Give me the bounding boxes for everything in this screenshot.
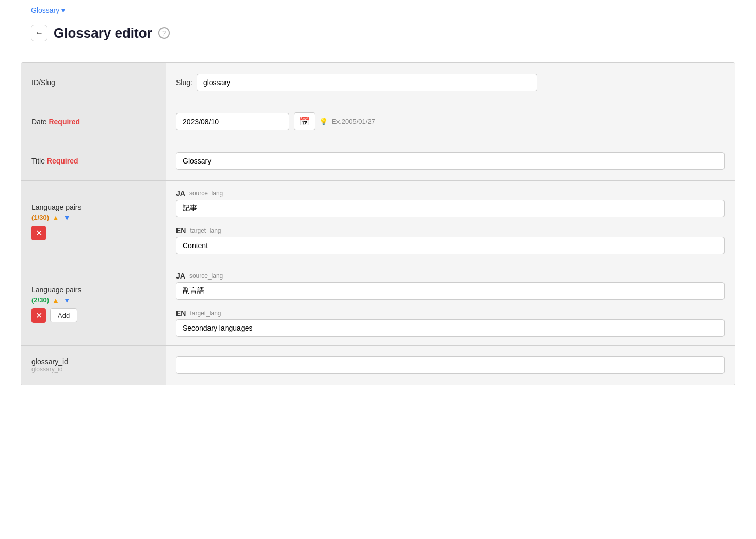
move-up-button-2[interactable]: ▲ <box>51 296 60 304</box>
form-container: ID/Slug Slug: Date Required 📅 💡 Ex.2005/… <box>21 62 735 385</box>
date-required-badge: Required <box>49 118 80 126</box>
breadcrumb-link[interactable]: Glossary ▾ <box>31 6 65 14</box>
back-arrow-icon: ← <box>35 28 43 38</box>
lang-key-target-1: target_lang <box>190 227 221 234</box>
pair-counter-2: (2/30) <box>31 296 49 304</box>
delete-pair-button-1[interactable]: ✕ <box>31 226 46 240</box>
glossary-id-label: glossary_id <box>31 357 155 366</box>
field-cell-lang-pair-2: JA source_lang EN target_lang <box>166 263 735 345</box>
lang-code-en-2: EN <box>176 309 186 317</box>
delete-pair-button-2[interactable]: ✕ <box>31 308 46 323</box>
label-cell-date: Date Required <box>21 102 166 141</box>
label-cell-glossary-id: glossary_id glossary_id <box>21 346 166 385</box>
calendar-button[interactable]: 📅 <box>294 112 315 130</box>
pair-counter-1: (1/30) <box>31 214 49 221</box>
lang-code-ja-1: JA <box>176 189 185 198</box>
top-nav: Glossary ▾ <box>0 0 756 21</box>
label-cell-lang-pair-1: Language pairs (1/30) ▲ ▼ ✕ <box>21 181 166 263</box>
lang-key-target-2: target_lang <box>190 309 221 317</box>
glossary-id-input[interactable] <box>176 356 725 374</box>
back-button[interactable]: ← <box>31 25 47 41</box>
page-title: Glossary editor <box>54 25 152 41</box>
lang-pairs-label-1: Language pairs <box>31 203 155 211</box>
chevron-down-icon: ▾ <box>61 6 65 14</box>
help-icon[interactable]: ? <box>158 27 170 39</box>
lang-code-ja-2: JA <box>176 272 185 280</box>
page-header: ← Glossary editor ? <box>0 21 756 50</box>
lang-pairs-label-2: Language pairs <box>31 286 155 294</box>
field-cell-title <box>166 141 735 180</box>
move-up-button-1[interactable]: ▲ <box>51 214 60 222</box>
field-cell-glossary-id <box>166 346 735 385</box>
field-cell-id-slug: Slug: <box>166 63 735 102</box>
add-pair-button[interactable]: Add <box>50 308 77 322</box>
form-row-lang-pair-1: Language pairs (1/30) ▲ ▼ ✕ JA source_la… <box>21 181 735 263</box>
move-down-button-1[interactable]: ▼ <box>62 214 72 222</box>
hint-icon: 💡 <box>319 118 328 125</box>
en-target-input-2[interactable] <box>176 319 725 337</box>
calendar-icon: 📅 <box>299 117 310 126</box>
title-input[interactable] <box>176 152 725 170</box>
glossary-id-sub-label: glossary_id <box>31 366 155 373</box>
slug-label-text: Slug: <box>176 78 192 87</box>
form-row-id-slug: ID/Slug Slug: <box>21 63 735 102</box>
form-row-lang-pair-2: Language pairs (2/30) ▲ ▼ ✕ Add JA sourc… <box>21 263 735 346</box>
ja-source-input-1[interactable] <box>176 200 725 217</box>
slug-input[interactable] <box>197 74 537 91</box>
ja-source-input-2[interactable] <box>176 282 725 300</box>
label-cell-id-slug: ID/Slug <box>21 63 166 102</box>
label-date: Date Required <box>31 118 155 126</box>
field-cell-lang-pair-1: JA source_lang EN target_lang <box>166 181 735 263</box>
label-cell-lang-pair-2: Language pairs (2/30) ▲ ▼ ✕ Add <box>21 263 166 345</box>
label-id-slug: ID/Slug <box>31 78 155 87</box>
form-row-date: Date Required 📅 💡 Ex.2005/01/27 <box>21 102 735 141</box>
lang-code-en-1: EN <box>176 226 186 235</box>
field-cell-date: 📅 💡 Ex.2005/01/27 <box>166 102 735 141</box>
move-down-button-2[interactable]: ▼ <box>62 296 72 304</box>
form-row-title: Title Required <box>21 141 735 181</box>
en-target-input-1[interactable] <box>176 237 725 254</box>
label-title: Title Required <box>31 157 155 165</box>
form-row-glossary-id: glossary_id glossary_id <box>21 346 735 385</box>
label-cell-title: Title Required <box>21 141 166 180</box>
breadcrumb-label: Glossary <box>31 6 59 14</box>
title-required-badge: Required <box>47 157 78 165</box>
date-hint-text: Ex.2005/01/27 <box>332 118 375 125</box>
date-input[interactable] <box>176 113 289 130</box>
lang-key-source-1: source_lang <box>189 190 223 197</box>
header-divider <box>0 50 756 50</box>
lang-key-source-2: source_lang <box>189 272 223 280</box>
